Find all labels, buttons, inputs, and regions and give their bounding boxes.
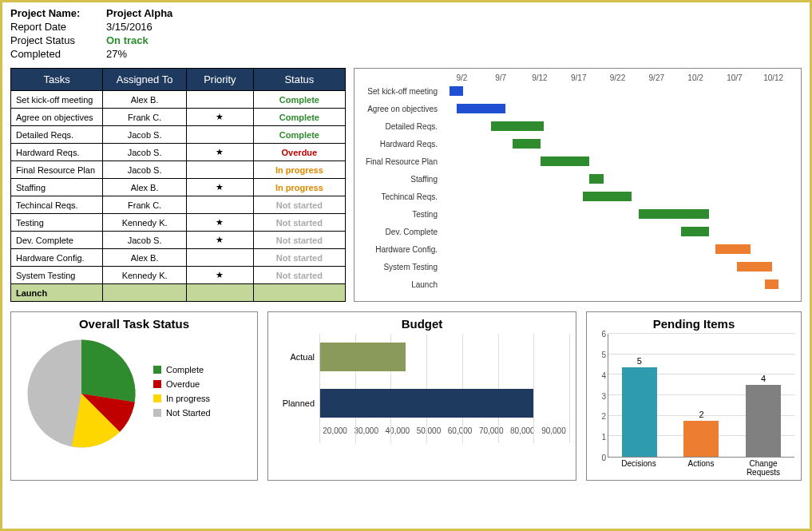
task-status-cell: Not started [253, 267, 345, 284]
pending-value: 4 [761, 374, 766, 383]
th-status: Status [253, 69, 345, 91]
task-priority-cell: ★ [186, 267, 253, 284]
launch-row: Launch [11, 284, 346, 302]
task-assigned-cell: Kennedy K. [103, 214, 187, 232]
task-status-cell: Not started [253, 196, 345, 214]
pending-bar-col: 2 [683, 410, 719, 457]
pending-panel: Pending Items 6543210 524 DecisionsActio… [586, 311, 802, 481]
task-status-cell: Not started [253, 232, 345, 249]
legend-swatch [153, 394, 161, 402]
gantt-bar [513, 139, 541, 149]
table-row: TestingKennedy K.★Not started [11, 214, 346, 232]
tasks-table: Tasks Assigned To Priority Status Set ki… [10, 68, 346, 302]
legend-item: Overdue [153, 379, 211, 389]
project-meta: Project Name: Project Alpha Report Date … [10, 7, 802, 60]
gantt-date-tick: 9/17 [559, 73, 598, 82]
budget-bar [320, 389, 533, 418]
gantt-date-tick: 9/7 [481, 73, 521, 82]
th-priority: Priority [186, 69, 253, 91]
task-name-cell: Detailed Reqs. [11, 126, 103, 144]
pie-legend: CompleteOverdueIn progressNot Started [153, 365, 211, 422]
legend-label: In progress [166, 394, 210, 403]
pending-xlabel: Actions [670, 459, 732, 477]
pie-panel: Overall Task Status CompleteOverdueIn pr… [10, 311, 258, 481]
gantt-date-tick: 9/12 [521, 73, 560, 82]
task-name-cell: Set kick-off meeting [11, 91, 103, 109]
gantt-row: Hardware Config. [355, 240, 793, 258]
legend-label: Not Started [166, 408, 211, 418]
th-tasks: Tasks [11, 69, 103, 91]
table-row: Detailed Reqs.Jacob S.Complete [11, 126, 346, 144]
gantt-row: Dev. Complete [355, 223, 793, 240]
task-assigned-cell: Jacob S. [103, 232, 187, 249]
table-row: Set kick-off meetingAlex B.Complete [11, 91, 346, 109]
table-row: StaffingAlex B.★In progress [11, 179, 346, 196]
task-status-cell: In progress [253, 161, 345, 179]
task-priority-cell: ★ [186, 214, 253, 232]
task-assigned-cell: Jacob S. [103, 161, 187, 179]
gantt-label: Staffing [355, 175, 442, 184]
gantt-date-tick: 10/12 [754, 73, 793, 82]
gantt-row: System Testing [355, 258, 793, 275]
pending-ytick: 6 [601, 330, 606, 339]
task-assigned-cell: Alex B. [103, 91, 187, 109]
pending-bar-col: 4 [746, 374, 781, 457]
gantt-bar [737, 262, 772, 271]
legend-item: Complete [153, 365, 211, 374]
budget-chart: ActualPlanned20,00030,00040,00050,00060,… [275, 334, 569, 458]
budget-title: Budget [275, 317, 569, 331]
gantt-date-tick: 10/2 [676, 73, 715, 82]
table-row: Hardware Config.Alex B.Not started [11, 249, 346, 267]
task-status-cell: Not started [253, 249, 345, 267]
gantt-bar [491, 121, 544, 131]
project-status-value: On track [106, 34, 149, 46]
pie-title: Overall Task Status [18, 317, 251, 331]
gantt-label: Techincal Reqs. [355, 192, 442, 201]
task-priority-cell [186, 126, 253, 144]
gantt-date-tick: 9/22 [598, 73, 637, 82]
gantt-row: Hardward Reqs. [355, 135, 793, 153]
gantt-date-tick: 9/2 [442, 73, 481, 82]
gantt-label: Agree on objectives [355, 105, 442, 113]
pending-value: 2 [699, 410, 703, 419]
table-row: Dev. CompleteJacob S.★Not started [11, 232, 346, 249]
project-status-label: Project Status [10, 34, 106, 46]
project-name-label: Project Name: [10, 7, 106, 19]
gantt-label: Hardward Reqs. [355, 140, 442, 149]
legend-label: Overdue [166, 379, 200, 389]
task-priority-cell [186, 161, 253, 179]
completed-value: 27% [106, 48, 127, 60]
task-status-cell: Complete [253, 91, 345, 109]
pending-ytick: 5 [601, 350, 606, 359]
legend-item: Not Started [153, 408, 211, 418]
task-priority-cell: ★ [186, 109, 253, 126]
budget-label: Actual [275, 352, 319, 362]
pie-chart [18, 334, 145, 454]
pending-ytick: 2 [601, 412, 606, 421]
legend-swatch [153, 366, 161, 374]
gantt-bar [681, 227, 709, 236]
pending-bar [746, 385, 781, 457]
pending-ytick: 0 [601, 454, 606, 462]
table-row: Final Resource PlanJacob S.In progress [11, 161, 346, 179]
pending-xlabel: Decisions [608, 459, 670, 477]
gantt-bar [765, 279, 779, 289]
table-row: Agree on objectivesFrank C.★Complete [11, 109, 346, 126]
budget-bar [320, 343, 406, 371]
gantt-label: Launch [355, 280, 442, 289]
report-date-label: Report Date [10, 21, 106, 33]
gantt-date-tick: 10/7 [715, 73, 754, 82]
task-status-cell: Overdue [253, 144, 345, 161]
task-name-cell: Hardward Reqs. [11, 144, 103, 161]
gantt-date-tick: 9/27 [637, 73, 676, 82]
task-assigned-cell: Frank C. [103, 196, 187, 214]
pending-ytick: 3 [601, 391, 606, 400]
task-status-cell: In progress [253, 179, 345, 196]
task-assigned-cell: Frank C. [103, 109, 187, 126]
gantt-row: Detailed Reqs. [355, 117, 793, 135]
pending-xlabel: Change Requests [732, 459, 794, 477]
task-assigned-cell: Kennedy K. [103, 267, 187, 284]
gantt-label: Hardware Config. [355, 245, 442, 254]
gantt-bar [457, 104, 505, 113]
gantt-label: Testing [355, 210, 442, 219]
